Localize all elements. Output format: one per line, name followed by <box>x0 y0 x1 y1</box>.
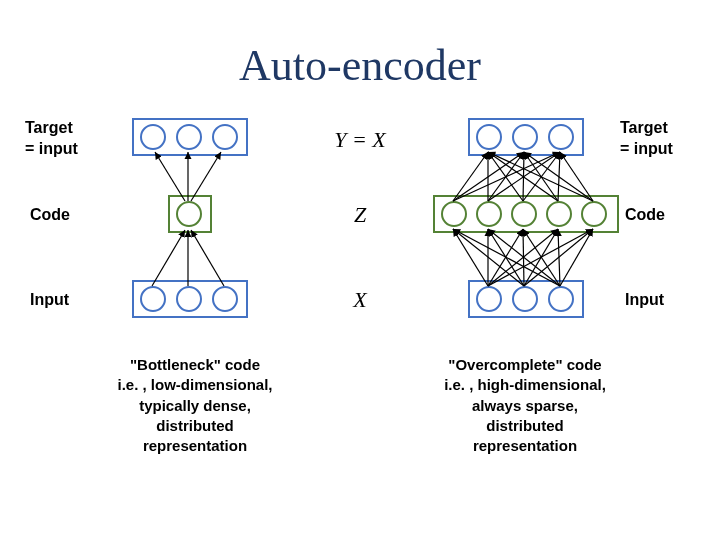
node <box>476 201 502 227</box>
svg-line-12 <box>488 229 524 286</box>
node <box>512 286 538 312</box>
svg-line-15 <box>524 229 593 286</box>
svg-line-16 <box>453 229 560 286</box>
svg-line-34 <box>524 152 593 201</box>
label-code-left: Code <box>30 205 70 226</box>
svg-line-18 <box>523 229 560 286</box>
svg-line-23 <box>453 152 560 201</box>
svg-line-26 <box>488 152 560 201</box>
svg-line-32 <box>558 152 560 201</box>
svg-line-8 <box>488 229 523 286</box>
node <box>212 286 238 312</box>
node <box>176 286 202 312</box>
node <box>441 201 467 227</box>
svg-line-13 <box>523 229 524 286</box>
math-y: Y = X <box>300 127 420 153</box>
svg-line-11 <box>453 229 524 286</box>
node <box>512 124 538 150</box>
label-input-left: Input <box>30 290 69 311</box>
svg-line-31 <box>524 152 558 201</box>
node <box>546 201 572 227</box>
node <box>511 201 537 227</box>
node <box>212 124 238 150</box>
svg-line-29 <box>523 152 560 201</box>
node <box>476 286 502 312</box>
desc-left: "Bottleneck" codei.e. , low-dimensional,… <box>95 355 295 456</box>
svg-line-33 <box>488 152 593 201</box>
node <box>581 201 607 227</box>
node <box>548 124 574 150</box>
node <box>176 201 202 227</box>
svg-line-25 <box>488 152 524 201</box>
svg-line-9 <box>488 229 558 286</box>
node <box>176 124 202 150</box>
label-input-right: Input <box>625 290 664 311</box>
node <box>140 124 166 150</box>
node <box>140 286 166 312</box>
svg-line-2 <box>191 230 224 286</box>
svg-line-22 <box>453 152 524 201</box>
node <box>548 286 574 312</box>
svg-line-3 <box>155 152 185 201</box>
math-x: X <box>300 287 420 313</box>
desc-right: "Overcomplete" codei.e. , high-dimension… <box>415 355 635 456</box>
svg-line-10 <box>488 229 593 286</box>
label-target-left: Target= input <box>25 118 78 160</box>
svg-line-21 <box>453 152 488 201</box>
svg-line-20 <box>560 229 593 286</box>
svg-line-19 <box>558 229 560 286</box>
node <box>476 124 502 150</box>
svg-line-30 <box>488 152 558 201</box>
svg-line-27 <box>488 152 523 201</box>
svg-line-35 <box>560 152 593 201</box>
svg-line-6 <box>453 229 488 286</box>
label-code-right: Code <box>625 205 665 226</box>
svg-line-17 <box>488 229 560 286</box>
page-title: Auto-encoder <box>0 40 720 91</box>
label-target-right: Target= input <box>620 118 673 160</box>
svg-line-14 <box>524 229 558 286</box>
svg-line-5 <box>191 152 221 201</box>
svg-line-0 <box>152 230 185 286</box>
svg-line-28 <box>523 152 524 201</box>
math-z: Z <box>300 202 420 228</box>
